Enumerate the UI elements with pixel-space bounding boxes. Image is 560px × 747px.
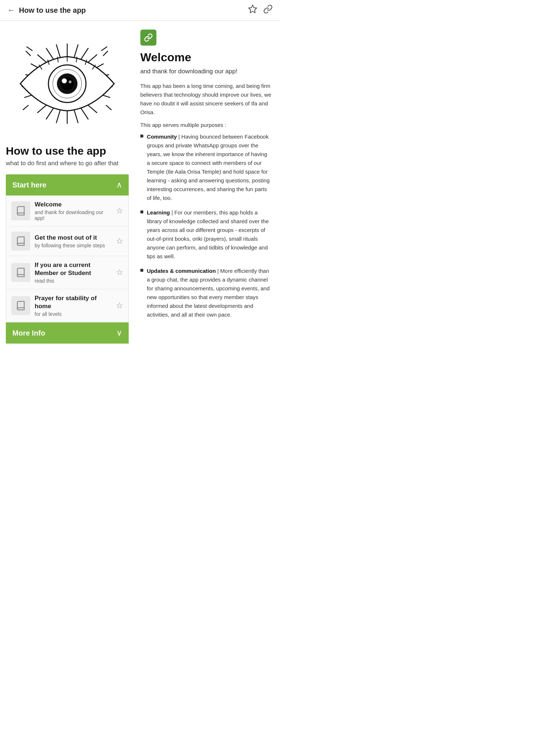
- bullet-body-community: | Having bounced between Facebook groups…: [147, 133, 270, 201]
- eye-illustration: [6, 30, 129, 138]
- svg-line-28: [23, 105, 28, 110]
- bullet-updates: Updates & communication | More efficient…: [140, 267, 271, 319]
- back-button[interactable]: ←: [7, 5, 15, 15]
- svg-line-24: [101, 47, 107, 51]
- bullet-label-community: Community: [147, 133, 177, 140]
- bullet-body-updates: | More efficiently than a group chat, th…: [147, 268, 270, 318]
- header-title: How to use the app: [19, 6, 86, 15]
- svg-line-25: [26, 51, 30, 55]
- book-icon: [16, 206, 26, 216]
- bullet-body-learning: | For our members, this app holds a libr…: [147, 209, 269, 259]
- lesson-item[interactable]: Welcome and thank for downloading our ap…: [6, 196, 128, 227]
- lesson-icon-3: [11, 296, 30, 315]
- article-title: How to use the app: [6, 144, 129, 158]
- svg-point-33: [62, 78, 67, 84]
- lesson-title-3: Prayer for stability of home: [35, 294, 112, 310]
- start-here-label: Start here: [12, 181, 46, 189]
- lesson-icon-0: [11, 201, 30, 220]
- svg-marker-0: [249, 5, 257, 13]
- left-column: How to use the app what to do first and …: [0, 21, 135, 344]
- lesson-text-0: Welcome and thank for downloading our ap…: [35, 201, 112, 221]
- header-icons: [248, 4, 273, 16]
- bullet-marker-learning: [140, 210, 143, 213]
- bullet-marker-updates: [140, 269, 143, 272]
- lesson-subtitle-1: by following these simple steps: [35, 243, 112, 248]
- bullet-text-community: Community | Having bounced between Faceb…: [147, 132, 271, 202]
- article-subtitle: what to do first and where to go after t…: [6, 160, 129, 167]
- more-info-chevron: ∨: [116, 328, 122, 338]
- share-button[interactable]: [263, 4, 273, 16]
- book-icon: [16, 301, 26, 311]
- svg-line-27: [106, 105, 111, 110]
- welcome-subtitle: and thank for downloading our app!: [140, 68, 271, 75]
- svg-point-34: [69, 81, 71, 84]
- link-icon: [263, 4, 273, 14]
- lesson-title-1: Get the most out of it: [35, 234, 112, 242]
- star-icon: [248, 4, 257, 14]
- lesson-star-2[interactable]: ☆: [116, 268, 123, 277]
- bullet-label-learning: Learning: [147, 209, 170, 216]
- lesson-text-3: Prayer for stability of home for all lev…: [35, 294, 112, 317]
- link-icon-box: [140, 30, 156, 46]
- lesson-item[interactable]: Get the most out of it by following thes…: [6, 227, 128, 256]
- lesson-item[interactable]: If you are a current Member or Student r…: [6, 256, 128, 289]
- lesson-subtitle-0: and thank for downloading our app!: [35, 209, 112, 221]
- lesson-title-2: If you are a current Member or Student: [35, 261, 112, 277]
- bullet-learning: Learning | For our members, this app hol…: [140, 208, 271, 261]
- bullet-marker-community: [140, 135, 143, 138]
- book-icon: [16, 236, 26, 246]
- lesson-icon-1: [11, 232, 30, 251]
- bullet-text-learning: Learning | For our members, this app hol…: [147, 208, 271, 261]
- bullet-label-updates: Updates & communication: [147, 268, 216, 274]
- app-header: ← How to use the app: [0, 0, 280, 21]
- main-layout: How to use the app what to do first and …: [0, 21, 280, 344]
- welcome-heading: Welcome: [140, 51, 271, 64]
- bullet-community: Community | Having bounced between Faceb…: [140, 132, 271, 202]
- lesson-text-2: If you are a current Member or Student r…: [35, 261, 112, 284]
- book-icon: [16, 267, 26, 278]
- lesson-subtitle-2: read this: [35, 278, 112, 284]
- header-left: ← How to use the app: [7, 5, 86, 15]
- start-here-chevron: ∧: [116, 180, 122, 190]
- lesson-subtitle-3: for all levels: [35, 311, 112, 317]
- svg-line-23: [103, 51, 108, 55]
- lesson-text-1: Get the most out of it by following thes…: [35, 234, 112, 248]
- lesson-icon-2: [11, 263, 30, 282]
- lesson-list: Welcome and thank for downloading our ap…: [6, 196, 129, 322]
- lesson-item[interactable]: Prayer for stability of home for all lev…: [6, 289, 128, 322]
- start-here-section: Start here ∧ Welcome and thank for downl…: [6, 174, 129, 322]
- lesson-star-1[interactable]: ☆: [116, 236, 123, 246]
- more-info-header[interactable]: More Info ∨: [6, 322, 129, 344]
- bullet-list: Community | Having bounced between Faceb…: [140, 132, 271, 319]
- favorite-button[interactable]: [248, 4, 257, 16]
- svg-line-26: [27, 47, 32, 51]
- bullet-text-updates: Updates & communication | More efficient…: [147, 267, 271, 319]
- body-paragraph-2: This app serves multiple purposes :: [140, 122, 271, 128]
- body-paragraph-1: This app has been a long time coming, an…: [140, 82, 271, 117]
- more-info-label: More Info: [12, 329, 45, 337]
- lesson-star-0[interactable]: ☆: [116, 206, 123, 216]
- start-here-header[interactable]: Start here ∧: [6, 174, 129, 196]
- lesson-title-0: Welcome: [35, 201, 112, 209]
- lesson-star-3[interactable]: ☆: [116, 301, 123, 310]
- right-column: Welcome and thank for downloading our ap…: [135, 21, 280, 334]
- chain-link-icon: [144, 33, 153, 42]
